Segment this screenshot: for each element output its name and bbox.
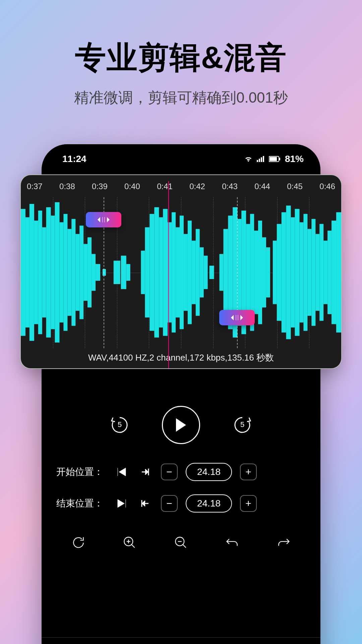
- skip-fwd-value: 5: [240, 420, 244, 429]
- end-decrement-button[interactable]: −: [161, 495, 178, 512]
- start-increment-button[interactable]: +: [240, 464, 257, 480]
- jump-to-end-button[interactable]: [114, 496, 129, 511]
- volume-button[interactable]: 音量: [205, 638, 246, 644]
- svg-rect-70: [307, 229, 311, 316]
- svg-rect-77: [336, 212, 341, 333]
- svg-rect-19: [60, 222, 64, 323]
- set-start-here-button[interactable]: [137, 464, 153, 480]
- svg-rect-38: [163, 209, 168, 336]
- svg-rect-30: [114, 261, 120, 284]
- waveform-graphic: [21, 197, 341, 347]
- svg-rect-21: [67, 229, 71, 316]
- svg-rect-74: [323, 240, 327, 304]
- end-increment-button[interactable]: +: [240, 495, 257, 512]
- zoom-in-button[interactable]: [120, 533, 140, 553]
- battery-icon: [269, 156, 281, 162]
- zoom-out-button[interactable]: [171, 533, 191, 553]
- svg-rect-28: [96, 264, 100, 281]
- svg-rect-14: [38, 211, 42, 334]
- selection-end-handle[interactable]: [219, 310, 255, 325]
- svg-rect-46: [196, 229, 200, 316]
- start-decrement-button[interactable]: −: [161, 464, 178, 480]
- start-position-row: 开始位置： − 24.18 +: [42, 463, 320, 481]
- trim-selected-button[interactable]: 剪辑已选: [82, 638, 123, 644]
- svg-rect-5: [269, 157, 277, 161]
- svg-rect-40: [172, 212, 176, 333]
- file-info-text: WAV,44100 HZ,2 channel,172 kbps,135.16 秒…: [21, 352, 341, 364]
- svg-rect-16: [46, 207, 51, 337]
- skip-back-button[interactable]: 5: [108, 413, 132, 437]
- svg-rect-37: [159, 217, 163, 328]
- chevron-left-icon: [230, 314, 234, 321]
- svg-rect-43: [184, 234, 188, 311]
- svg-rect-34: [145, 227, 149, 318]
- svg-rect-2: [261, 157, 262, 162]
- svg-rect-51: [223, 229, 228, 316]
- denoise-button[interactable]: 降噪: [164, 638, 205, 644]
- svg-rect-12: [29, 204, 34, 341]
- svg-rect-10: [21, 209, 25, 336]
- headline-title: 专业剪辑&混音: [0, 37, 362, 78]
- set-end-here-button[interactable]: [137, 496, 153, 511]
- chevron-left-icon: [96, 216, 101, 223]
- svg-rect-68: [300, 222, 304, 323]
- svg-rect-1: [259, 159, 260, 162]
- chevron-right-icon: [106, 216, 111, 223]
- svg-rect-32: [126, 264, 130, 281]
- svg-rect-26: [87, 237, 92, 308]
- svg-rect-36: [154, 207, 159, 337]
- bottom-bar: 升降调 剪辑已选 音效 降噪 音量 重 保存: [42, 637, 320, 644]
- jump-to-start-button[interactable]: [114, 464, 129, 480]
- svg-rect-75: [327, 231, 331, 314]
- more-button-clipped[interactable]: 重: [246, 638, 266, 644]
- svg-rect-42: [180, 216, 184, 329]
- chevron-right-icon: [240, 314, 244, 321]
- svg-rect-60: [262, 237, 266, 308]
- redo-button[interactable]: [274, 533, 294, 553]
- selection-start-handle[interactable]: [86, 212, 121, 227]
- effects-button[interactable]: 音效: [123, 638, 164, 644]
- svg-rect-50: [220, 254, 224, 291]
- svg-rect-58: [254, 231, 258, 314]
- waveform-area[interactable]: [21, 197, 341, 348]
- pitch-button[interactable]: 升降调: [42, 638, 82, 644]
- svg-rect-11: [25, 217, 29, 328]
- svg-rect-59: [258, 221, 262, 324]
- skip-forward-button[interactable]: 5: [230, 413, 254, 437]
- battery-percent: 81%: [285, 154, 304, 164]
- end-position-value[interactable]: 24.18: [186, 494, 232, 513]
- skip-back-value: 5: [118, 420, 122, 429]
- svg-rect-76: [331, 221, 336, 324]
- svg-rect-61: [266, 247, 270, 297]
- start-position-value[interactable]: 24.18: [186, 463, 232, 481]
- svg-rect-56: [246, 224, 250, 321]
- svg-rect-44: [188, 221, 192, 324]
- svg-rect-22: [71, 219, 75, 326]
- svg-rect-63: [277, 224, 282, 321]
- transport-controls: 5 5: [42, 406, 320, 444]
- playhead[interactable]: [168, 181, 169, 369]
- svg-rect-48: [204, 256, 208, 289]
- end-position-row: 结束位置： − 24.18 +: [42, 494, 320, 513]
- svg-rect-66: [291, 217, 295, 328]
- svg-rect-25: [83, 244, 87, 301]
- svg-rect-71: [311, 219, 315, 326]
- svg-rect-0: [257, 160, 258, 162]
- svg-rect-35: [149, 214, 154, 331]
- svg-rect-13: [34, 221, 38, 324]
- undo-button[interactable]: [222, 533, 242, 553]
- status-time: 11:24: [62, 154, 86, 164]
- svg-rect-18: [55, 202, 60, 342]
- tool-row: [42, 533, 320, 553]
- save-button[interactable]: 保存: [266, 638, 307, 644]
- svg-rect-3: [263, 156, 264, 162]
- svg-rect-72: [315, 234, 319, 311]
- status-bar: 11:24 81%: [42, 144, 320, 164]
- svg-rect-20: [63, 214, 67, 331]
- svg-rect-6: [279, 158, 280, 160]
- svg-rect-62: [273, 240, 277, 304]
- play-button[interactable]: [162, 406, 200, 444]
- svg-rect-15: [42, 227, 46, 318]
- refresh-button[interactable]: [68, 533, 88, 553]
- svg-rect-45: [192, 240, 196, 304]
